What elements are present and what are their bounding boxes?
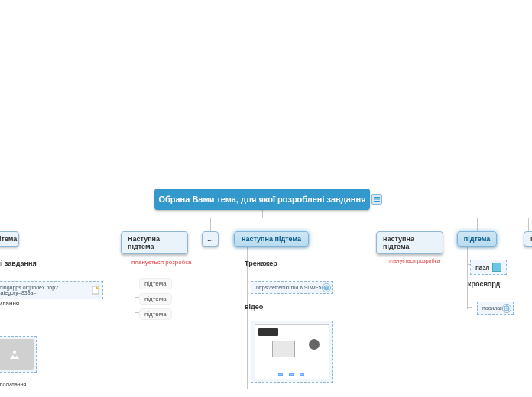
globe-icon [322, 283, 331, 292]
sub-label: підтема [144, 295, 167, 302]
learningapps-link[interactable]: rningapps.org/index.php?category=838a= [0, 281, 103, 299]
topic-next-2-selected[interactable]: наступна підтема [234, 231, 309, 247]
topic-label: наступна підтема [242, 235, 301, 243]
topic-label: Наступна підтема [128, 235, 181, 250]
video-attachment[interactable] [251, 321, 333, 383]
link-subtitle: осилання [0, 300, 19, 307]
sub-1-b[interactable]: підтема [139, 293, 172, 305]
svg-point-4 [13, 351, 17, 355]
root-title: Обрана Вами тема, для якої розроблені за… [158, 195, 365, 204]
planned-label-2: планується розробка [388, 258, 440, 263]
topic-label: ітема [0, 235, 17, 243]
puzzle-node[interactable]: пазл [470, 260, 507, 275]
globe-icon [502, 304, 511, 313]
video-thumbnail [255, 324, 329, 379]
attachment-icon [92, 286, 101, 295]
sub-1-a[interactable]: підтема [139, 278, 172, 289]
image-placeholder-icon [0, 339, 34, 370]
topic-ellipsis[interactable]: ... [202, 231, 219, 247]
planned-label-1: планується розробка [131, 259, 191, 266]
trainer-title: Тренажер [245, 260, 277, 267]
image-hint: на посилання [0, 382, 26, 387]
ellipsis-label: ... [207, 235, 213, 243]
root-topic[interactable]: Обрана Вами тема, для якої розроблені за… [154, 189, 370, 210]
sub-label: підтема [144, 280, 167, 287]
topic-sub-4[interactable]: підтема [457, 231, 497, 247]
svg-rect-2 [374, 201, 380, 202]
sub-label: підтема [144, 311, 167, 318]
sub-1-c[interactable]: підтема [139, 308, 172, 320]
link-text: https://etreniki.ru/LNSLWF55LL [256, 285, 330, 290]
video-title: відео [245, 303, 263, 311]
link-text: rningapps.org/index.php?category=838a= [0, 285, 89, 295]
image-attachment[interactable] [0, 336, 37, 373]
crossword-link[interactable]: посилання [477, 302, 514, 315]
topic-label: підтема [464, 235, 491, 243]
trainer-link[interactable]: https://etreniki.ru/LNSLWF55LL [251, 281, 333, 294]
puzzle-label: пазл [475, 264, 489, 271]
svg-rect-0 [374, 197, 380, 198]
puzzle-icon [492, 263, 501, 272]
notes-icon[interactable] [371, 194, 382, 205]
crossword-title: кросворд [468, 280, 500, 288]
interactive-tasks-title: вні завдання [0, 260, 37, 267]
topic-label: наступна підтема [383, 235, 436, 250]
topic-next-3[interactable]: наступна підтема [376, 231, 443, 254]
topic-partial-left[interactable]: ітема [0, 231, 19, 247]
svg-rect-3 [92, 286, 99, 294]
svg-rect-1 [374, 199, 380, 200]
topic-next-1[interactable]: Наступна підтема [121, 231, 188, 254]
topic-partial-right[interactable]: пі [524, 231, 532, 247]
